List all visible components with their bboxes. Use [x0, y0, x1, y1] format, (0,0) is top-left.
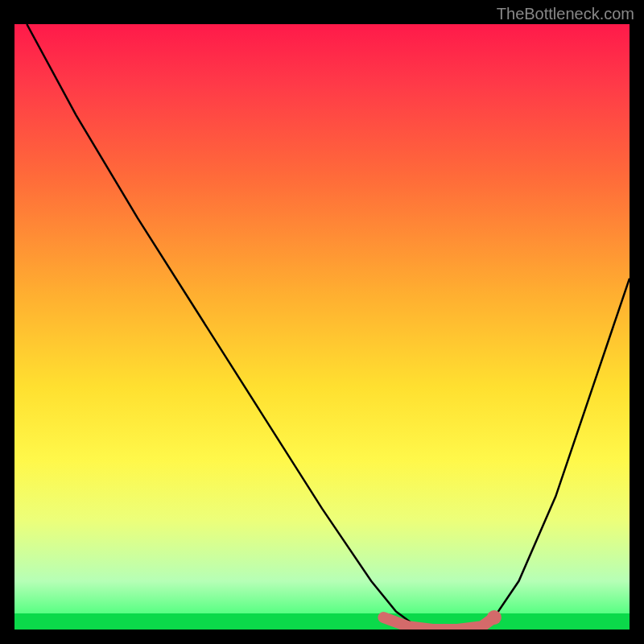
chart-container: TheBottleneck.com: [0, 0, 644, 644]
watermark-text: TheBottleneck.com: [497, 5, 634, 23]
main-curve: [27, 24, 630, 630]
curve-layer: [14, 24, 630, 630]
highlight-end-dot: [487, 610, 502, 625]
highlight-curve: [383, 617, 494, 630]
